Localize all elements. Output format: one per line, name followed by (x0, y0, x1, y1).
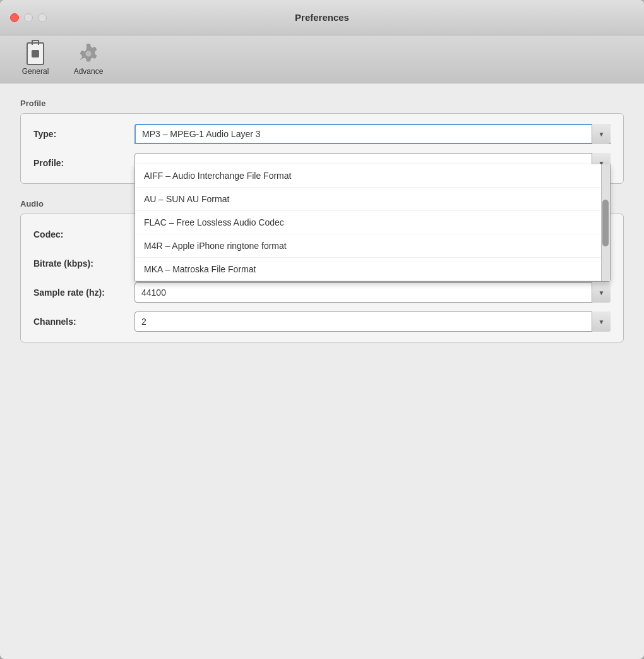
maximize-button[interactable] (38, 13, 47, 22)
channels-row: Channels: 2 (33, 311, 611, 332)
type-selected-value: MP3 – MPEG-1 Audio Layer 3 (142, 129, 261, 139)
general-icon-container (24, 42, 47, 65)
dropdown-item-mka[interactable]: MKA – Matroska File Format (135, 258, 610, 281)
minimize-button[interactable] (24, 13, 33, 22)
channels-label: Channels: (33, 317, 134, 327)
type-dropdown-container[interactable]: MP3 – MPEG-1 Audio Layer 3 AIFF – Audio … (134, 124, 611, 144)
profile-section-box: Type: MP3 – MPEG-1 Audio Layer 3 AIFF – … (20, 113, 624, 184)
advance-tab-button[interactable]: Advance (63, 40, 114, 78)
channels-dropdown-container[interactable]: 2 (134, 311, 611, 332)
sample-rate-select[interactable]: 44100 (134, 282, 611, 303)
profile-label: Profile: (33, 158, 134, 168)
sample-rate-label: Sample rate (hz): (33, 287, 134, 298)
dropdown-scroll-track (601, 164, 610, 281)
general-tab-label: General (22, 67, 49, 76)
codec-label: Codec: (33, 229, 134, 239)
sample-rate-row: Sample rate (hz): 44100 (33, 282, 611, 303)
profile-section-label: Profile (20, 99, 624, 108)
channels-select[interactable]: 2 (134, 311, 611, 332)
svg-point-0 (85, 51, 92, 57)
traffic-lights (10, 13, 47, 22)
type-dropdown-selected[interactable]: MP3 – MPEG-1 Audio Layer 3 (134, 124, 611, 144)
general-tab-button[interactable]: General (10, 40, 61, 78)
advance-tab-label: Advance (74, 67, 104, 76)
general-icon (27, 42, 44, 65)
sample-rate-dropdown-container[interactable]: 44100 (134, 282, 611, 303)
dropdown-item-au[interactable]: AU – SUN AU Format (135, 188, 610, 211)
type-label: Type: (33, 129, 134, 139)
window-title: Preferences (295, 12, 349, 23)
dropdown-item-m4r[interactable]: M4R – Apple iPhone ringtone format (135, 234, 610, 258)
type-dropdown-list: AIFF – Audio Interchange File Format AU … (134, 164, 611, 282)
dropdown-item-aiff[interactable]: AIFF – Audio Interchange File Format (135, 164, 610, 188)
dropdown-item-flac[interactable]: FLAC – Free Lossless Audio Codec (135, 211, 610, 234)
preferences-window: Preferences General Advance Profile (0, 0, 644, 659)
dropdown-scroll-thumb (602, 200, 609, 246)
title-bar: Preferences (0, 0, 644, 35)
close-button[interactable] (10, 13, 19, 22)
type-dropdown-arrow (592, 124, 611, 144)
gear-icon (77, 42, 100, 65)
bitrate-label: Bitrate (kbps): (33, 258, 134, 269)
main-content: Profile Type: MP3 – MPEG-1 Audio Layer 3… (0, 83, 644, 659)
toolbar: General Advance (0, 35, 644, 83)
type-row: Type: MP3 – MPEG-1 Audio Layer 3 AIFF – … (33, 124, 611, 144)
